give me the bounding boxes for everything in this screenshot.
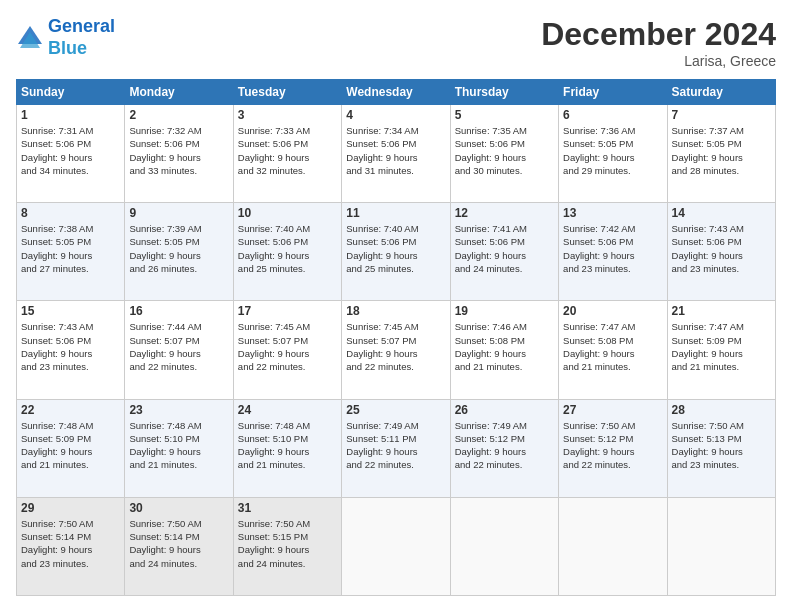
cell-text: Sunrise: 7:45 AM Sunset: 5:07 PM Dayligh… (238, 320, 337, 373)
day-number: 22 (21, 403, 120, 417)
calendar-cell: 15Sunrise: 7:43 AM Sunset: 5:06 PM Dayli… (17, 301, 125, 399)
calendar-cell: 16Sunrise: 7:44 AM Sunset: 5:07 PM Dayli… (125, 301, 233, 399)
logo-line1: General (48, 16, 115, 36)
cell-text: Sunrise: 7:46 AM Sunset: 5:08 PM Dayligh… (455, 320, 554, 373)
calendar-cell: 10Sunrise: 7:40 AM Sunset: 5:06 PM Dayli… (233, 203, 341, 301)
calendar-cell: 4Sunrise: 7:34 AM Sunset: 5:06 PM Daylig… (342, 105, 450, 203)
day-number: 23 (129, 403, 228, 417)
calendar-cell: 30Sunrise: 7:50 AM Sunset: 5:14 PM Dayli… (125, 497, 233, 595)
calendar-cell (559, 497, 667, 595)
day-number: 3 (238, 108, 337, 122)
cell-text: Sunrise: 7:40 AM Sunset: 5:06 PM Dayligh… (346, 222, 445, 275)
weekday-monday: Monday (125, 80, 233, 105)
day-number: 27 (563, 403, 662, 417)
location: Larisa, Greece (541, 53, 776, 69)
calendar-cell: 31Sunrise: 7:50 AM Sunset: 5:15 PM Dayli… (233, 497, 341, 595)
day-number: 30 (129, 501, 228, 515)
day-number: 12 (455, 206, 554, 220)
calendar-cell: 12Sunrise: 7:41 AM Sunset: 5:06 PM Dayli… (450, 203, 558, 301)
logo-text: General Blue (48, 16, 115, 59)
calendar-cell: 28Sunrise: 7:50 AM Sunset: 5:13 PM Dayli… (667, 399, 775, 497)
day-number: 11 (346, 206, 445, 220)
day-number: 13 (563, 206, 662, 220)
day-number: 2 (129, 108, 228, 122)
weekday-thursday: Thursday (450, 80, 558, 105)
day-number: 5 (455, 108, 554, 122)
header: General Blue December 2024 Larisa, Greec… (16, 16, 776, 69)
day-number: 15 (21, 304, 120, 318)
day-number: 6 (563, 108, 662, 122)
day-number: 1 (21, 108, 120, 122)
day-number: 24 (238, 403, 337, 417)
calendar-cell: 24Sunrise: 7:48 AM Sunset: 5:10 PM Dayli… (233, 399, 341, 497)
calendar-cell: 19Sunrise: 7:46 AM Sunset: 5:08 PM Dayli… (450, 301, 558, 399)
calendar-cell: 17Sunrise: 7:45 AM Sunset: 5:07 PM Dayli… (233, 301, 341, 399)
calendar-cell: 23Sunrise: 7:48 AM Sunset: 5:10 PM Dayli… (125, 399, 233, 497)
calendar-cell (342, 497, 450, 595)
cell-text: Sunrise: 7:49 AM Sunset: 5:12 PM Dayligh… (455, 419, 554, 472)
calendar-cell (450, 497, 558, 595)
calendar-cell: 5Sunrise: 7:35 AM Sunset: 5:06 PM Daylig… (450, 105, 558, 203)
page: General Blue December 2024 Larisa, Greec… (0, 0, 792, 612)
weekday-wednesday: Wednesday (342, 80, 450, 105)
week-row-2: 8Sunrise: 7:38 AM Sunset: 5:05 PM Daylig… (17, 203, 776, 301)
calendar-cell: 21Sunrise: 7:47 AM Sunset: 5:09 PM Dayli… (667, 301, 775, 399)
calendar-cell (667, 497, 775, 595)
calendar-cell: 22Sunrise: 7:48 AM Sunset: 5:09 PM Dayli… (17, 399, 125, 497)
calendar-cell: 26Sunrise: 7:49 AM Sunset: 5:12 PM Dayli… (450, 399, 558, 497)
day-number: 21 (672, 304, 771, 318)
cell-text: Sunrise: 7:44 AM Sunset: 5:07 PM Dayligh… (129, 320, 228, 373)
weekday-saturday: Saturday (667, 80, 775, 105)
cell-text: Sunrise: 7:32 AM Sunset: 5:06 PM Dayligh… (129, 124, 228, 177)
day-number: 16 (129, 304, 228, 318)
day-number: 20 (563, 304, 662, 318)
day-number: 26 (455, 403, 554, 417)
weekday-friday: Friday (559, 80, 667, 105)
logo: General Blue (16, 16, 115, 59)
cell-text: Sunrise: 7:47 AM Sunset: 5:09 PM Dayligh… (672, 320, 771, 373)
week-row-3: 15Sunrise: 7:43 AM Sunset: 5:06 PM Dayli… (17, 301, 776, 399)
cell-text: Sunrise: 7:43 AM Sunset: 5:06 PM Dayligh… (21, 320, 120, 373)
cell-text: Sunrise: 7:33 AM Sunset: 5:06 PM Dayligh… (238, 124, 337, 177)
calendar-cell: 7Sunrise: 7:37 AM Sunset: 5:05 PM Daylig… (667, 105, 775, 203)
cell-text: Sunrise: 7:48 AM Sunset: 5:10 PM Dayligh… (129, 419, 228, 472)
calendar-cell: 3Sunrise: 7:33 AM Sunset: 5:06 PM Daylig… (233, 105, 341, 203)
day-number: 19 (455, 304, 554, 318)
cell-text: Sunrise: 7:40 AM Sunset: 5:06 PM Dayligh… (238, 222, 337, 275)
day-number: 25 (346, 403, 445, 417)
day-number: 31 (238, 501, 337, 515)
day-number: 29 (21, 501, 120, 515)
calendar-cell: 29Sunrise: 7:50 AM Sunset: 5:14 PM Dayli… (17, 497, 125, 595)
day-number: 10 (238, 206, 337, 220)
day-number: 7 (672, 108, 771, 122)
cell-text: Sunrise: 7:35 AM Sunset: 5:06 PM Dayligh… (455, 124, 554, 177)
calendar-cell: 9Sunrise: 7:39 AM Sunset: 5:05 PM Daylig… (125, 203, 233, 301)
cell-text: Sunrise: 7:45 AM Sunset: 5:07 PM Dayligh… (346, 320, 445, 373)
cell-text: Sunrise: 7:31 AM Sunset: 5:06 PM Dayligh… (21, 124, 120, 177)
month-title: December 2024 (541, 16, 776, 53)
cell-text: Sunrise: 7:34 AM Sunset: 5:06 PM Dayligh… (346, 124, 445, 177)
calendar-cell: 13Sunrise: 7:42 AM Sunset: 5:06 PM Dayli… (559, 203, 667, 301)
calendar-cell: 6Sunrise: 7:36 AM Sunset: 5:05 PM Daylig… (559, 105, 667, 203)
week-row-1: 1Sunrise: 7:31 AM Sunset: 5:06 PM Daylig… (17, 105, 776, 203)
day-number: 8 (21, 206, 120, 220)
cell-text: Sunrise: 7:37 AM Sunset: 5:05 PM Dayligh… (672, 124, 771, 177)
calendar-cell: 1Sunrise: 7:31 AM Sunset: 5:06 PM Daylig… (17, 105, 125, 203)
cell-text: Sunrise: 7:48 AM Sunset: 5:10 PM Dayligh… (238, 419, 337, 472)
calendar-cell: 14Sunrise: 7:43 AM Sunset: 5:06 PM Dayli… (667, 203, 775, 301)
day-number: 4 (346, 108, 445, 122)
day-number: 17 (238, 304, 337, 318)
cell-text: Sunrise: 7:50 AM Sunset: 5:14 PM Dayligh… (129, 517, 228, 570)
cell-text: Sunrise: 7:39 AM Sunset: 5:05 PM Dayligh… (129, 222, 228, 275)
logo-line2: Blue (48, 38, 87, 58)
cell-text: Sunrise: 7:50 AM Sunset: 5:13 PM Dayligh… (672, 419, 771, 472)
calendar-cell: 25Sunrise: 7:49 AM Sunset: 5:11 PM Dayli… (342, 399, 450, 497)
day-number: 28 (672, 403, 771, 417)
cell-text: Sunrise: 7:41 AM Sunset: 5:06 PM Dayligh… (455, 222, 554, 275)
day-number: 18 (346, 304, 445, 318)
week-row-5: 29Sunrise: 7:50 AM Sunset: 5:14 PM Dayli… (17, 497, 776, 595)
cell-text: Sunrise: 7:38 AM Sunset: 5:05 PM Dayligh… (21, 222, 120, 275)
weekday-tuesday: Tuesday (233, 80, 341, 105)
title-block: December 2024 Larisa, Greece (541, 16, 776, 69)
logo-icon (16, 24, 44, 52)
